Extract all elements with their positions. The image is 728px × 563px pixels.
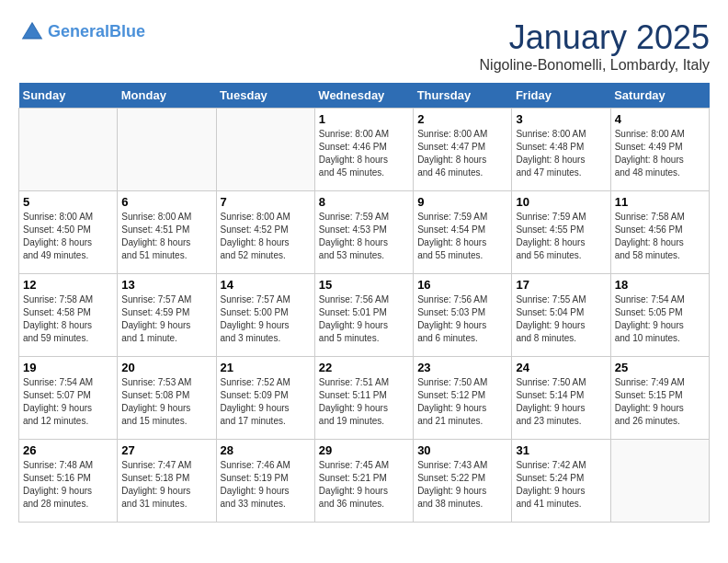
week-row-4: 19Sunrise: 7:54 AM Sunset: 5:07 PM Dayli… [19,357,710,440]
calendar-cell: 18Sunrise: 7:54 AM Sunset: 5:05 PM Dayli… [610,274,709,357]
calendar-cell: 27Sunrise: 7:47 AM Sunset: 5:18 PM Dayli… [118,440,216,523]
week-row-3: 12Sunrise: 7:58 AM Sunset: 4:58 PM Dayli… [19,274,710,357]
day-number: 19 [23,361,113,374]
logo: GeneralBlue [18,18,145,46]
logo-text: GeneralBlue [48,23,145,41]
day-number: 21 [221,361,311,374]
day-info: Sunrise: 8:00 AM Sunset: 4:52 PM Dayligh… [221,211,311,262]
day-info: Sunrise: 7:58 AM Sunset: 4:56 PM Dayligh… [615,211,705,262]
calendar-cell: 5Sunrise: 8:00 AM Sunset: 4:50 PM Daylig… [19,191,118,274]
day-header-thursday: Thursday [414,83,512,109]
calendar-cell [610,440,709,523]
day-number: 29 [319,443,409,457]
day-number: 7 [221,195,311,209]
svg-marker-1 [23,24,41,38]
day-info: Sunrise: 7:59 AM Sunset: 4:55 PM Dayligh… [516,211,606,262]
day-number: 15 [319,278,409,292]
day-info: Sunrise: 8:00 AM Sunset: 4:51 PM Dayligh… [121,211,211,262]
calendar-subtitle: Nigoline-Bonomelli, Lombardy, Italy [480,57,710,74]
day-info: Sunrise: 7:42 AM Sunset: 5:24 PM Dayligh… [516,459,606,511]
calendar-cell: 8Sunrise: 7:59 AM Sunset: 4:53 PM Daylig… [314,191,413,274]
day-number: 10 [516,195,606,209]
calendar-cell: 26Sunrise: 7:48 AM Sunset: 5:16 PM Dayli… [19,440,118,523]
calendar-cell: 17Sunrise: 7:55 AM Sunset: 5:04 PM Dayli… [512,274,610,357]
calendar-cell: 4Sunrise: 8:00 AM Sunset: 4:49 PM Daylig… [610,109,709,191]
calendar-table: SundayMondayTuesdayWednesdayThursdayFrid… [18,83,710,523]
calendar-cell: 11Sunrise: 7:58 AM Sunset: 4:56 PM Dayli… [610,191,709,274]
day-info: Sunrise: 7:55 AM Sunset: 5:04 PM Dayligh… [516,293,606,345]
calendar-cell: 31Sunrise: 7:42 AM Sunset: 5:24 PM Dayli… [512,440,610,523]
day-header-sunday: Sunday [19,83,118,109]
calendar-cell: 21Sunrise: 7:52 AM Sunset: 5:09 PM Dayli… [216,357,314,440]
calendar-cell: 23Sunrise: 7:50 AM Sunset: 5:12 PM Dayli… [414,357,512,440]
calendar-cell: 20Sunrise: 7:53 AM Sunset: 5:08 PM Dayli… [118,357,216,440]
day-number: 20 [121,361,211,374]
calendar-cell: 19Sunrise: 7:54 AM Sunset: 5:07 PM Dayli… [19,357,118,440]
day-info: Sunrise: 7:45 AM Sunset: 5:21 PM Dayligh… [319,459,409,511]
calendar-cell: 12Sunrise: 7:58 AM Sunset: 4:58 PM Dayli… [19,274,118,357]
calendar-cell: 1Sunrise: 8:00 AM Sunset: 4:46 PM Daylig… [314,109,413,191]
days-header-row: SundayMondayTuesdayWednesdayThursdayFrid… [19,83,710,109]
day-info: Sunrise: 7:48 AM Sunset: 5:16 PM Dayligh… [23,459,113,511]
logo-line1: General [48,22,109,40]
day-info: Sunrise: 7:52 AM Sunset: 5:09 PM Dayligh… [221,376,311,428]
day-info: Sunrise: 8:00 AM Sunset: 4:50 PM Dayligh… [23,211,113,262]
day-info: Sunrise: 7:59 AM Sunset: 4:53 PM Dayligh… [319,211,409,262]
day-number: 2 [417,112,507,126]
day-info: Sunrise: 7:54 AM Sunset: 5:07 PM Dayligh… [23,376,113,428]
title-section: January 2025 Nigoline-Bonomelli, Lombard… [480,18,710,74]
day-info: Sunrise: 7:56 AM Sunset: 5:03 PM Dayligh… [417,293,507,345]
calendar-title: January 2025 [480,18,710,57]
calendar-cell [216,109,314,191]
calendar-cell: 16Sunrise: 7:56 AM Sunset: 5:03 PM Dayli… [414,274,512,357]
day-number: 28 [221,443,311,457]
day-number: 24 [516,361,606,374]
logo-line2: Blue [109,22,145,40]
day-info: Sunrise: 7:53 AM Sunset: 5:08 PM Dayligh… [121,376,211,428]
day-number: 1 [319,112,409,126]
calendar-cell: 7Sunrise: 8:00 AM Sunset: 4:52 PM Daylig… [216,191,314,274]
day-header-friday: Friday [512,83,610,109]
day-number: 6 [121,195,211,209]
day-number: 16 [417,278,507,292]
day-info: Sunrise: 7:50 AM Sunset: 5:12 PM Dayligh… [417,376,507,428]
calendar-cell: 9Sunrise: 7:59 AM Sunset: 4:54 PM Daylig… [414,191,512,274]
calendar-cell: 24Sunrise: 7:50 AM Sunset: 5:14 PM Dayli… [512,357,610,440]
day-info: Sunrise: 7:47 AM Sunset: 5:18 PM Dayligh… [121,459,211,511]
day-header-wednesday: Wednesday [314,83,413,109]
day-number: 11 [615,195,705,209]
calendar-cell: 15Sunrise: 7:56 AM Sunset: 5:01 PM Dayli… [314,274,413,357]
day-number: 3 [516,112,606,126]
day-info: Sunrise: 7:43 AM Sunset: 5:22 PM Dayligh… [417,459,507,511]
day-number: 5 [23,195,113,209]
day-info: Sunrise: 7:51 AM Sunset: 5:11 PM Dayligh… [319,376,409,428]
day-info: Sunrise: 7:54 AM Sunset: 5:05 PM Dayligh… [615,293,705,345]
header: GeneralBlue January 2025 Nigoline-Bonome… [18,18,710,74]
calendar-cell: 10Sunrise: 7:59 AM Sunset: 4:55 PM Dayli… [512,191,610,274]
calendar-cell: 6Sunrise: 8:00 AM Sunset: 4:51 PM Daylig… [118,191,216,274]
week-row-1: 1Sunrise: 8:00 AM Sunset: 4:46 PM Daylig… [19,109,710,191]
day-info: Sunrise: 7:57 AM Sunset: 5:00 PM Dayligh… [221,293,311,345]
day-number: 17 [516,278,606,292]
calendar-cell: 14Sunrise: 7:57 AM Sunset: 5:00 PM Dayli… [216,274,314,357]
day-info: Sunrise: 7:46 AM Sunset: 5:19 PM Dayligh… [221,459,311,511]
day-number: 12 [23,278,113,292]
day-number: 9 [417,195,507,209]
day-number: 4 [615,112,705,126]
day-info: Sunrise: 8:00 AM Sunset: 4:46 PM Dayligh… [319,128,409,179]
calendar-cell [19,109,118,191]
week-row-5: 26Sunrise: 7:48 AM Sunset: 5:16 PM Dayli… [19,440,710,523]
day-number: 27 [121,443,211,457]
calendar-cell: 22Sunrise: 7:51 AM Sunset: 5:11 PM Dayli… [314,357,413,440]
day-header-tuesday: Tuesday [216,83,314,109]
day-number: 22 [319,361,409,374]
calendar-cell: 3Sunrise: 8:00 AM Sunset: 4:48 PM Daylig… [512,109,610,191]
day-number: 30 [417,443,507,457]
day-header-monday: Monday [118,83,216,109]
day-info: Sunrise: 7:59 AM Sunset: 4:54 PM Dayligh… [417,211,507,262]
calendar-cell: 29Sunrise: 7:45 AM Sunset: 5:21 PM Dayli… [314,440,413,523]
day-header-saturday: Saturday [610,83,709,109]
day-info: Sunrise: 7:57 AM Sunset: 4:59 PM Dayligh… [121,293,211,345]
calendar-cell: 2Sunrise: 8:00 AM Sunset: 4:47 PM Daylig… [414,109,512,191]
calendar-cell: 25Sunrise: 7:49 AM Sunset: 5:15 PM Dayli… [610,357,709,440]
